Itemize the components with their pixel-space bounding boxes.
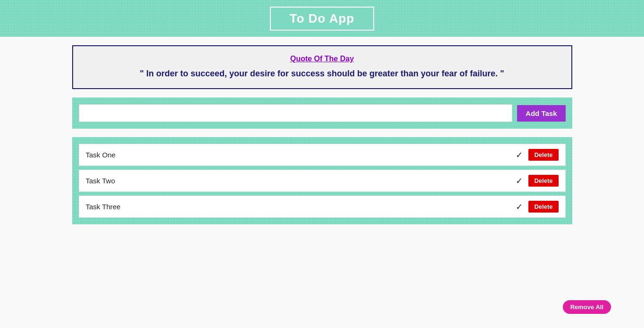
app-title: To Do App [270, 7, 375, 31]
task-item: Task Three✓Delete [79, 196, 566, 218]
task-input[interactable] [79, 104, 513, 122]
app-header: To Do App [0, 0, 644, 37]
task-name: Task Two [86, 177, 516, 185]
check-icon[interactable]: ✓ [516, 176, 523, 186]
check-icon[interactable]: ✓ [516, 202, 523, 212]
delete-button[interactable]: Delete [528, 175, 558, 187]
quote-text: " In order to succeed, your desire for s… [83, 69, 562, 79]
check-icon[interactable]: ✓ [516, 150, 523, 160]
quote-container: Quote Of The Day " In order to succeed, … [72, 45, 572, 89]
delete-button[interactable]: Delete [528, 201, 558, 213]
add-task-button[interactable]: Add Task [517, 105, 565, 122]
delete-button[interactable]: Delete [528, 149, 558, 161]
task-name: Task One [86, 151, 516, 159]
quote-title[interactable]: Quote Of The Day [83, 55, 562, 63]
task-list-section: Task One✓DeleteTask Two✓DeleteTask Three… [72, 137, 572, 224]
task-item: Task Two✓Delete [79, 170, 566, 192]
task-name: Task Three [86, 203, 516, 211]
remove-all-button[interactable]: Remove All [563, 300, 611, 314]
input-section: Add Task [72, 98, 572, 129]
task-item: Task One✓Delete [79, 144, 566, 166]
remove-all-container: Remove All [563, 300, 630, 314]
